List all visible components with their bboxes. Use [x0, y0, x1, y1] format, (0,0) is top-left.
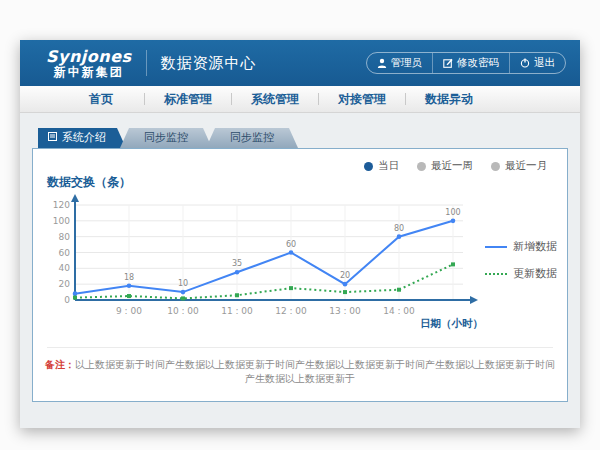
svg-text:20: 20	[340, 271, 350, 280]
logout-button[interactable]: 退出	[509, 53, 565, 73]
nav-item-system-management[interactable]: 系统管理	[232, 91, 318, 108]
note-text: 以上数据更新于时间产生数据以上数据更新于时间产生数据以上数据更新于时间产生数据以…	[75, 359, 555, 384]
radio-today[interactable]: 当日	[364, 159, 399, 173]
svg-text:10 : 00: 10 : 00	[167, 306, 199, 316]
content-area: 系统介绍 同步监控 同步监控 当日 最近一周	[20, 113, 580, 402]
radio-last-month[interactable]: 最近一月	[491, 159, 547, 173]
main-nav: 首页 标准管理 系统管理 对接管理 数据异动	[20, 86, 580, 113]
tab-sync-monitor-2[interactable]: 同步监控	[206, 128, 298, 148]
logo: Synjones 新中新集团	[46, 48, 132, 79]
legend-entry-new-data: 新增数据	[485, 239, 565, 254]
tab-label: 系统介绍	[62, 128, 106, 148]
svg-text:11 : 00: 11 : 00	[221, 306, 253, 316]
svg-text:18: 18	[124, 273, 134, 282]
legend-line-swatch	[485, 273, 507, 275]
user-icon	[377, 58, 387, 68]
admin-button[interactable]: 管理员	[367, 53, 433, 73]
admin-label: 管理员	[391, 56, 423, 70]
app-header: Synjones 新中新集团 数据资源中心 管理员 修改密码	[20, 40, 580, 86]
svg-text:40: 40	[59, 263, 71, 273]
radio-dot	[491, 162, 500, 171]
logout-label: 退出	[534, 56, 555, 70]
tab-bar: 系统介绍 同步监控 同步监控	[38, 128, 568, 148]
svg-text:100: 100	[53, 216, 70, 226]
svg-text:14 : 00: 14 : 00	[383, 306, 415, 316]
svg-text:0: 0	[64, 295, 70, 305]
svg-text:60: 60	[286, 240, 296, 249]
chart-panel: 当日 最近一周 最近一月 数据交换（条） 0204060801001209 : …	[32, 148, 568, 402]
svg-text:9 : 00: 9 : 00	[116, 306, 142, 316]
svg-text:13 : 00: 13 : 00	[329, 306, 361, 316]
svg-text:100: 100	[445, 208, 460, 217]
line-chart: 0204060801001209 : 0010 : 0011 : 0012 : …	[45, 193, 485, 333]
nav-item-interface-management[interactable]: 对接管理	[319, 91, 405, 108]
svg-text:20: 20	[59, 279, 71, 289]
svg-text:日期（小时）: 日期（小时）	[420, 317, 483, 330]
nav-item-data-change[interactable]: 数据异动	[406, 91, 492, 108]
note-prefix: 备注：	[45, 359, 75, 370]
tab-label: 同步监控	[230, 131, 274, 144]
radio-dot	[364, 162, 373, 171]
time-range-filter: 当日 最近一周 最近一月	[364, 159, 547, 173]
logo-company: 新中新集团	[46, 65, 132, 79]
tab-label: 同步监控	[144, 131, 188, 144]
chart-legend: 新增数据 更新数据	[485, 193, 565, 333]
svg-text:35: 35	[232, 259, 242, 268]
power-icon	[520, 58, 530, 68]
svg-text:12 : 00: 12 : 00	[275, 306, 307, 316]
radio-dot	[417, 162, 426, 171]
tab-system-intro[interactable]: 系统介绍	[38, 128, 126, 148]
y-axis-title: 数据交换（条）	[47, 174, 131, 191]
change-password-button[interactable]: 修改密码	[432, 53, 509, 73]
footer-note: 备注：以上数据更新于时间产生数据以上数据更新于时间产生数据以上数据更新于时间产生…	[43, 358, 557, 386]
user-menu: 管理员 修改密码 退出	[366, 52, 567, 74]
radio-last-week[interactable]: 最近一周	[417, 159, 473, 173]
change-password-label: 修改密码	[457, 56, 499, 70]
legend-line-swatch	[485, 246, 507, 248]
legend-entry-updated-data: 更新数据	[485, 266, 565, 281]
header-divider	[146, 50, 147, 76]
nav-item-standard-management[interactable]: 标准管理	[145, 91, 231, 108]
logo-brand: Synjones	[46, 48, 132, 65]
note-divider	[47, 347, 553, 348]
svg-text:80: 80	[59, 232, 71, 242]
nav-item-home[interactable]: 首页	[58, 91, 144, 108]
page-title: 数据资源中心	[161, 54, 257, 73]
svg-text:60: 60	[59, 248, 71, 258]
app-window: Synjones 新中新集团 数据资源中心 管理员 修改密码	[20, 40, 580, 428]
svg-text:120: 120	[53, 200, 70, 210]
document-icon	[48, 128, 57, 148]
svg-text:80: 80	[394, 224, 404, 233]
edit-icon	[443, 58, 453, 68]
svg-text:10: 10	[178, 279, 188, 288]
chart-row: 0204060801001209 : 0010 : 0011 : 0012 : …	[45, 193, 565, 333]
tab-sync-monitor-1[interactable]: 同步监控	[120, 128, 212, 148]
